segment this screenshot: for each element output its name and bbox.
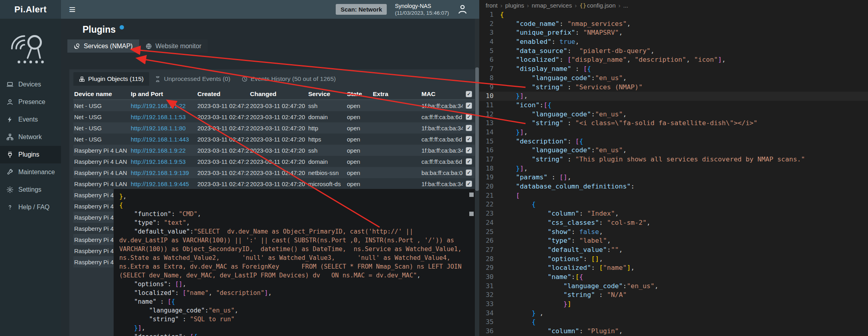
editor-line[interactable]: 5 "data_source": "pialert-db-query", bbox=[479, 47, 868, 56]
editor-line[interactable]: 20 "database_column_definitions": bbox=[479, 182, 868, 191]
ip-port-link[interactable]: http://192.168.1.9:53 bbox=[131, 158, 186, 165]
column-header-created[interactable]: Created bbox=[197, 90, 249, 98]
editor-line[interactable]: 9 "string" : "Services (NMAP)" bbox=[479, 83, 868, 92]
pialert-satellite-logo[interactable] bbox=[6, 26, 55, 71]
row-checkbox[interactable]: ✓ bbox=[466, 114, 472, 120]
sidebar-item-events[interactable]: Events bbox=[0, 111, 61, 128]
editor-line[interactable]: 24 "css_classes": "col-sm-2", bbox=[479, 218, 868, 228]
editor-code-area[interactable]: 1{2 "code_name": "nmap_services",3 "uniq… bbox=[479, 10, 868, 336]
overlay-code-line[interactable]: "function": "CMD", bbox=[119, 210, 465, 218]
editor-line[interactable]: 4 "enabled": true, bbox=[479, 37, 868, 47]
sidebar-item-settings[interactable]: Settings bbox=[0, 181, 61, 198]
tab-website-monitor[interactable]: Website monitor bbox=[139, 39, 208, 53]
editor-line[interactable]: 17 "string" : "This plugin shows all ser… bbox=[479, 155, 868, 164]
row-checkbox[interactable]: ✓ bbox=[466, 125, 472, 131]
overlay-code-line[interactable]: "default_value":"SELECT dv.dev_Name as O… bbox=[119, 227, 465, 280]
page-scrollbar-thumb[interactable] bbox=[475, 67, 479, 191]
editor-line[interactable]: 1{ bbox=[479, 10, 868, 20]
overlay-code-line[interactable]: { bbox=[119, 201, 465, 210]
editor-line[interactable]: 36 "column": "Plugin", bbox=[479, 327, 868, 336]
overlay-code-line[interactable]: "name" : [{ bbox=[119, 297, 465, 306]
editor-line[interactable]: 25 "show": false, bbox=[479, 228, 868, 237]
info-dot-icon[interactable] bbox=[120, 25, 124, 29]
editor-line[interactable]: 12 "language_code":"en_us", bbox=[479, 110, 868, 119]
editor-line[interactable]: 2 "code_name": "nmap_services", bbox=[479, 20, 868, 29]
row-checkbox[interactable]: ✓ bbox=[466, 158, 472, 165]
overlay-code-line[interactable]: }], bbox=[119, 324, 465, 332]
sidebar-item-help-faq[interactable]: Help / FAQ bbox=[0, 198, 61, 216]
editor-line[interactable]: 10 }], bbox=[479, 92, 868, 101]
ip-port-link[interactable]: http://192.168.1.9:445 bbox=[131, 181, 189, 187]
editor-line[interactable]: 6 "localized": ["display_name", "descrip… bbox=[479, 55, 868, 65]
column-header-device-name[interactable]: Device name bbox=[73, 90, 130, 98]
row-checkbox[interactable]: ✓ bbox=[466, 147, 472, 153]
editor-line[interactable]: 15 "description": [{ bbox=[479, 137, 868, 146]
editor-line[interactable]: 18 }], bbox=[479, 164, 868, 173]
editor-line[interactable]: 13 "string" : "<i class=\"fa-solid fa-sa… bbox=[479, 119, 868, 128]
ip-port-link[interactable]: http://192.168.1.1:80 bbox=[131, 125, 186, 132]
row-checkbox[interactable]: ✓ bbox=[466, 136, 472, 142]
sidebar-item-network[interactable]: Network bbox=[0, 128, 61, 146]
ip-port-link[interactable]: http://192.168.1.9:22 bbox=[131, 147, 186, 154]
tab-plugin-objects-115[interactable]: Plugin Objects (115) bbox=[73, 72, 149, 86]
editor-line[interactable]: 30 "name":[{ bbox=[479, 273, 868, 282]
hamburger-menu-icon[interactable]: ≡ bbox=[61, 0, 83, 19]
select-all-checkbox[interactable]: ✓ bbox=[466, 91, 472, 97]
overlay-code-line[interactable]: "string" : "SQL to run" bbox=[119, 315, 465, 324]
breadcrumb-item-config-json[interactable]: {}config.json bbox=[579, 2, 616, 9]
ip-port-link[interactable]: http://192.168.1.1:53 bbox=[131, 114, 186, 120]
brand-logo[interactable]: Pi.Alert bbox=[0, 0, 61, 19]
overlay-code-line[interactable]: }, bbox=[119, 192, 465, 201]
overlay-code-line[interactable]: "localized": ["name", "description"], bbox=[119, 289, 465, 297]
editor-line[interactable]: 11 "icon":[{ bbox=[479, 101, 868, 110]
breadcrumb-item-[interactable]: ... bbox=[623, 2, 628, 9]
editor-line[interactable]: 29 "localized": ["name"], bbox=[479, 263, 868, 273]
editor-line[interactable]: 35 { bbox=[479, 318, 868, 327]
overlay-code-block[interactable]: },{ "function": "CMD", "type": "text", "… bbox=[114, 189, 475, 336]
row-checkbox[interactable]: ✓ bbox=[466, 102, 472, 109]
editor-line[interactable]: 22 { bbox=[479, 200, 868, 209]
overlay-code-line[interactable]: "type": "text", bbox=[119, 218, 465, 227]
tab-services-nmap[interactable]: Services (NMAP) bbox=[67, 39, 139, 53]
editor-line[interactable]: 32 "string" : "N/A" bbox=[479, 291, 868, 300]
overlay-code-line[interactable]: "language_code":"en_us", bbox=[119, 306, 465, 315]
tab-unprocessed-events-0[interactable]: Unprocessed Events (0) bbox=[149, 72, 236, 86]
editor-line[interactable]: 23 "column": "Index", bbox=[479, 209, 868, 218]
overlay-code-line[interactable]: "options": [], bbox=[119, 280, 465, 289]
editor-line[interactable]: 27 "default_value":"", bbox=[479, 246, 868, 255]
ip-port-link[interactable]: http://192.168.1.1:22 bbox=[131, 102, 186, 109]
editor-line[interactable]: 21 [ bbox=[479, 191, 868, 200]
editor-line[interactable]: 33 }] bbox=[479, 300, 868, 309]
editor-line[interactable]: 7 "display_name" : [{ bbox=[479, 65, 868, 74]
editor-line[interactable]: 34 } , bbox=[479, 309, 868, 318]
overlay-scroll-square-bottom[interactable] bbox=[469, 212, 474, 216]
column-header-mac[interactable]: MAC bbox=[421, 90, 463, 98]
column-header-state[interactable]: State bbox=[346, 90, 372, 98]
column-header-extra[interactable]: Extra bbox=[372, 90, 421, 98]
editor-line[interactable]: 3 "unique_prefix": "NMAPSRV", bbox=[479, 28, 868, 37]
sidebar-item-presence[interactable]: Presence bbox=[0, 93, 61, 111]
breadcrumb-item-plugins[interactable]: plugins bbox=[505, 2, 524, 9]
row-checkbox[interactable]: ✓ bbox=[466, 169, 472, 176]
overlay-code-line[interactable]: "description": [{ bbox=[119, 332, 465, 336]
column-header-service[interactable]: Service bbox=[307, 90, 346, 98]
editor-line[interactable]: 14 }], bbox=[479, 128, 868, 137]
sidebar-item-plugins[interactable]: Plugins bbox=[0, 146, 61, 163]
editor-line[interactable]: 31 "language_code":"en_us", bbox=[479, 282, 868, 291]
page-scrollbar[interactable] bbox=[475, 19, 479, 336]
ip-port-link[interactable]: http://192.168.1.9:139 bbox=[131, 169, 189, 176]
sidebar-item-devices[interactable]: Devices bbox=[0, 76, 61, 93]
overlay-scroll-square-top[interactable] bbox=[469, 193, 474, 197]
breadcrumb-item-nmap-services[interactable]: nmap_services bbox=[532, 2, 572, 9]
editor-line[interactable]: 28 "options": [], bbox=[479, 255, 868, 264]
column-header-changed[interactable]: Changed bbox=[249, 90, 307, 98]
row-checkbox[interactable]: ✓ bbox=[466, 181, 472, 187]
sidebar-item-maintenance[interactable]: Maintenance bbox=[0, 163, 61, 181]
breadcrumb-item-front[interactable]: front bbox=[486, 2, 498, 9]
editor-line[interactable]: 19 "params" : [], bbox=[479, 173, 868, 182]
editor-line[interactable]: 26 "type": "label", bbox=[479, 236, 868, 246]
tab-events-history-50-out-of-1265[interactable]: Events History (50 out of 1265) bbox=[236, 72, 342, 86]
column-header-ip-and-port[interactable]: Ip and Port bbox=[130, 90, 197, 98]
ip-port-link[interactable]: http://192.168.1.1:443 bbox=[131, 136, 189, 143]
editor-line[interactable]: 16 "language_code":"en_us", bbox=[479, 146, 868, 155]
